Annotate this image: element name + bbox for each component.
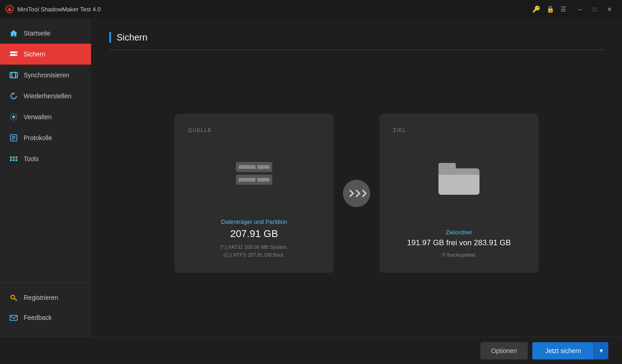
main-layout: Startseite Sichern <box>0 18 622 337</box>
svg-rect-18 <box>10 159 12 161</box>
nav-label-registrieren: Registrieren <box>24 294 58 301</box>
hdd-rect2-b <box>257 178 270 182</box>
nav-label-feedback: Feedback <box>24 314 51 321</box>
nav-label-tools: Tools <box>24 155 39 162</box>
sidebar-item-startseite[interactable]: Startseite <box>0 23 91 44</box>
svg-point-5 <box>15 55 16 56</box>
arrow-button[interactable] <box>343 180 370 207</box>
nav-label-synchronisieren: Synchronisieren <box>24 71 69 79</box>
target-card[interactable]: ZIEL Zielordner 191.97 GB frei von 283.9… <box>379 114 539 273</box>
hdd-row-2 <box>236 175 272 185</box>
nav-label-startseite: Startseite <box>24 30 51 37</box>
svg-rect-20 <box>15 159 17 161</box>
lock-icon[interactable]: 🔒 <box>546 5 554 13</box>
backup-dropdown-button[interactable]: ▼ <box>594 342 608 359</box>
key-icon[interactable]: 🔑 <box>532 5 540 13</box>
nav-label-wiederherstellen: Wiederherstellen <box>24 92 71 100</box>
sidebar-item-registrieren[interactable]: Registrieren <box>0 288 91 308</box>
sidebar-item-feedback[interactable]: Feedback <box>0 308 91 328</box>
close-button[interactable]: ✕ <box>602 3 617 15</box>
sidebar-item-wiederherstellen[interactable]: Wiederherstellen <box>0 86 91 106</box>
footer: Optionen Jetzt sichern ▼ <box>0 337 622 364</box>
arrow-chevrons <box>347 191 366 196</box>
target-free-text: 191.97 GB frei von 283.91 GB <box>407 238 511 248</box>
nav-label-sichern: Sichern <box>24 51 45 58</box>
page-title: Sichern <box>117 32 148 43</box>
dropdown-chevron-icon: ▼ <box>599 348 604 354</box>
content-area: Sichern QUELLE <box>91 18 622 337</box>
sidebar-bottom: Registrieren Feedback <box>0 283 91 337</box>
sidebar-item-tools[interactable]: Tools <box>0 148 91 169</box>
header-accent-bar <box>109 32 111 43</box>
sidebar-item-synchronisieren[interactable]: Synchronisieren <box>0 65 91 86</box>
source-detail1: (*:).FAT32 100.00 MB System. <box>220 243 288 252</box>
window-controls: ─ □ ✕ <box>573 3 617 15</box>
folder-icon <box>438 163 479 195</box>
app-logo <box>5 5 14 13</box>
sync-icon <box>9 71 18 80</box>
source-detail2: (C:).NTFS 207.81 GB Boot. <box>220 251 288 259</box>
svg-marker-9 <box>13 92 15 95</box>
source-label: QUELLE <box>188 127 212 133</box>
cards-area: QUELLE Datenträger und Partit <box>109 64 604 323</box>
key-bottom-icon <box>9 293 18 302</box>
hdd-row-1 <box>236 162 272 172</box>
svg-rect-19 <box>13 159 15 161</box>
nav-label-protokolle: Protokolle <box>24 134 52 142</box>
svg-point-4 <box>15 52 16 53</box>
logs-icon <box>9 133 18 142</box>
svg-marker-1 <box>7 7 12 11</box>
sidebar-item-sichern[interactable]: Sichern <box>0 44 91 65</box>
target-path: F:\backupdata\ <box>407 251 511 259</box>
sidebar-item-verwalten[interactable]: Verwalten <box>0 106 91 127</box>
source-icon-area <box>188 133 320 214</box>
svg-point-10 <box>12 116 15 118</box>
folder-front <box>438 175 479 195</box>
svg-rect-17 <box>15 157 17 158</box>
hdd-icon <box>236 162 272 185</box>
nav-label-verwalten: Verwalten <box>24 113 51 121</box>
target-main-text: Zielordner <box>407 229 511 236</box>
svg-rect-6 <box>10 72 17 78</box>
tools-icon <box>9 154 18 163</box>
source-info: Datenträger und Partition 207.91 GB (*:)… <box>220 218 288 259</box>
chevron-3 <box>359 190 367 197</box>
nav-items: Startseite Sichern <box>0 18 91 283</box>
hdd-rect-b <box>239 178 255 182</box>
source-details: (*:).FAT32 100.00 MB System. (C:).NTFS 2… <box>220 243 288 259</box>
titlebar: MiniTool ShadowMaker Test 4.0 🔑 🔒 ☰ ─ □ … <box>0 0 622 18</box>
minimize-button[interactable]: ─ <box>573 3 587 15</box>
source-size: 207.91 GB <box>220 228 288 240</box>
target-info: Zielordner 191.97 GB frei von 283.91 GB … <box>407 229 511 259</box>
sidebar-item-protokolle[interactable]: Protokolle <box>0 127 91 148</box>
menu-icon[interactable]: ☰ <box>561 5 566 13</box>
source-main-text: Datenträger und Partition <box>220 218 288 225</box>
svg-line-22 <box>14 298 17 301</box>
target-icon-area <box>393 133 525 224</box>
sidebar: Startseite Sichern <box>0 18 91 337</box>
home-icon <box>9 29 18 38</box>
backup-button-group: Jetzt sichern ▼ <box>532 342 608 359</box>
mail-icon <box>9 313 18 322</box>
backup-button[interactable]: Jetzt sichern <box>532 342 594 359</box>
manage-icon <box>9 112 18 121</box>
options-button[interactable]: Optionen <box>480 342 528 359</box>
page-header: Sichern <box>109 32 604 50</box>
hdd-rect2 <box>257 165 270 169</box>
target-label: ZIEL <box>393 127 406 133</box>
svg-rect-15 <box>10 157 12 158</box>
restore-icon <box>9 91 18 101</box>
backup-icon <box>9 50 18 59</box>
source-card[interactable]: QUELLE Datenträger und Partit <box>174 114 334 273</box>
maximize-button[interactable]: □ <box>587 3 602 15</box>
app-title: MiniTool ShadowMaker Test 4.0 <box>17 6 532 13</box>
titlebar-icons: 🔑 🔒 ☰ <box>532 5 566 13</box>
hdd-rect <box>239 165 255 169</box>
svg-rect-16 <box>13 157 15 158</box>
